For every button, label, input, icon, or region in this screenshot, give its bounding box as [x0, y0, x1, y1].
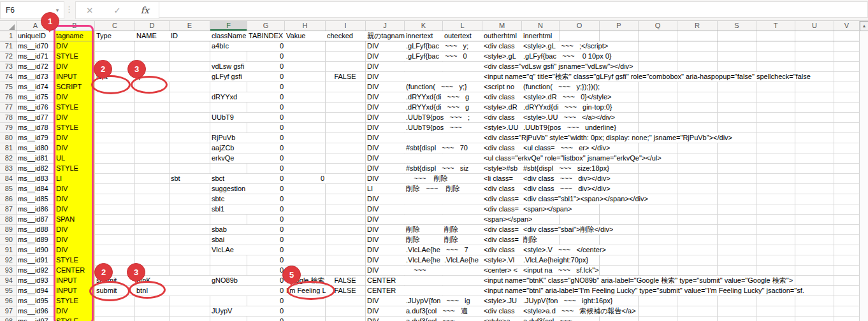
- insert-function-icon[interactable]: fx: [131, 5, 159, 15]
- cell-N71[interactable]: <style>.gL ~~~ ;</script>: [522, 41, 608, 51]
- cell-G93[interactable]: 0: [247, 266, 286, 275]
- cell-F73[interactable]: vdLsw gsfi: [210, 62, 248, 71]
- cell-J88[interactable]: DIV: [366, 215, 483, 224]
- cell-K83[interactable]: #sbt{displ ~~~ siz: [405, 164, 483, 173]
- cell-N87[interactable]: <span></span>: [522, 204, 572, 214]
- cell-A83[interactable]: ms__id82: [17, 164, 55, 173]
- cell-A72[interactable]: ms__id71: [17, 52, 55, 61]
- row-header-91[interactable]: 91: [0, 245, 13, 255]
- cell-M72[interactable]: <style>.gL: [482, 52, 523, 61]
- cell-K85[interactable]: 削除 ~~~ 削除: [405, 184, 483, 194]
- cell-J83[interactable]: DIV: [366, 164, 405, 173]
- cell-A96[interactable]: ms__id95: [17, 296, 55, 306]
- cell-A94[interactable]: ms__id93: [17, 276, 55, 285]
- cell-M98[interactable]: <style>a.: [482, 317, 523, 321]
- cell-M88[interactable]: <span></span>: [482, 215, 532, 224]
- cell-G71[interactable]: 0: [247, 41, 286, 51]
- cell-A74[interactable]: ms__id73: [17, 72, 55, 82]
- cell-A71[interactable]: ms__id70: [17, 41, 55, 51]
- cell-M76[interactable]: <div class: [482, 92, 523, 102]
- cell-G89[interactable]: 0: [247, 225, 286, 234]
- row-header-92[interactable]: 92: [0, 255, 13, 265]
- cell-I94[interactable]: FALSE: [326, 276, 365, 285]
- cell-K92[interactable]: .VlcLAe{he: [405, 255, 444, 265]
- cell-N91[interactable]: <style>.V ~~~ </center>: [522, 245, 606, 255]
- cell-K81[interactable]: #sbt{displ ~~~ 70: [405, 143, 483, 153]
- cell-A79[interactable]: ms__id78: [17, 123, 55, 132]
- cell-N96[interactable]: .JUypV{fon ~~~ ight:16px}: [522, 296, 612, 306]
- cell-F90[interactable]: sbai: [210, 235, 248, 245]
- cell-K96[interactable]: .JUypV{fon ~~~ ig: [405, 296, 483, 306]
- cell-J75[interactable]: DIV: [366, 82, 405, 92]
- cell-G72[interactable]: 0: [247, 52, 286, 61]
- cell-F87[interactable]: sbl1: [210, 204, 248, 214]
- column-header-S[interactable]: S: [718, 21, 756, 31]
- cell-G87[interactable]: 0: [247, 204, 286, 214]
- cell-M85[interactable]: <div class: [482, 184, 523, 194]
- cell-K71[interactable]: .gLFyf{bac ~~~ y;: [405, 41, 483, 51]
- cell-M79[interactable]: <style>.UU: [482, 123, 523, 132]
- cell-F1[interactable]: className: [210, 31, 248, 41]
- cell-J89[interactable]: DIV: [366, 225, 405, 234]
- cell-K84[interactable]: ~~~ 削除: [405, 174, 483, 183]
- cell-G73[interactable]: 0: [247, 62, 286, 71]
- cell-J72[interactable]: DIV: [366, 52, 405, 61]
- row-header-88[interactable]: 88: [0, 215, 13, 224]
- cell-G91[interactable]: 0: [247, 245, 286, 255]
- cell-G84[interactable]: 0: [247, 174, 286, 183]
- cell-N85[interactable]: <div class ~~~ div></div>: [522, 184, 611, 194]
- row-header-93[interactable]: 93: [0, 266, 13, 275]
- cell-A97[interactable]: ms__id96: [17, 306, 55, 316]
- column-header-R[interactable]: R: [677, 21, 717, 31]
- cell-J93[interactable]: DIV: [366, 266, 405, 275]
- cell-J74[interactable]: DIV: [366, 72, 483, 82]
- select-all-corner[interactable]: [9, 24, 15, 30]
- cell-E1[interactable]: ID: [170, 31, 211, 41]
- cell-N84[interactable]: <div class ~~~ div></div>: [522, 174, 611, 183]
- row-header-80[interactable]: 80: [0, 133, 13, 143]
- column-header-J[interactable]: J: [366, 21, 404, 31]
- cell-F91[interactable]: VlcLAe: [210, 245, 248, 255]
- cell-M75[interactable]: <script no: [482, 82, 523, 92]
- row-header-81[interactable]: 81: [0, 143, 13, 153]
- cell-L90[interactable]: 削除: [443, 235, 483, 245]
- cell-A80[interactable]: ms__id79: [17, 133, 55, 143]
- cell-K89[interactable]: 削除: [405, 225, 444, 234]
- cell-M94[interactable]: <input name="btnK" class="gNO89b" aria-l…: [482, 276, 793, 285]
- column-header-L[interactable]: L: [443, 21, 482, 31]
- cell-A81[interactable]: ms__id80: [17, 143, 55, 153]
- cell-M78[interactable]: <div class: [482, 113, 523, 122]
- cell-J91[interactable]: DIV: [366, 245, 405, 255]
- column-header-N[interactable]: N: [522, 21, 559, 31]
- enter-icon[interactable]: ✓: [103, 6, 131, 15]
- cell-F86[interactable]: sbtc: [210, 194, 248, 204]
- cell-D1[interactable]: NAME: [135, 31, 170, 41]
- cell-A93[interactable]: ms__id92: [17, 266, 55, 275]
- cell-G88[interactable]: 0: [247, 215, 286, 224]
- scroll-up-icon[interactable]: ▲: [860, 21, 868, 31]
- cell-M87[interactable]: <div class=: [482, 204, 523, 214]
- column-header-H[interactable]: H: [285, 21, 325, 31]
- cell-L92[interactable]: .VlcLAe{he: [443, 255, 483, 265]
- row-header-1[interactable]: 1: [0, 31, 13, 41]
- cell-E84[interactable]: sbt: [170, 174, 211, 183]
- column-header-U[interactable]: U: [795, 21, 834, 31]
- cell-M77[interactable]: <style>.dR: [482, 103, 523, 112]
- column-header-Q[interactable]: Q: [639, 21, 677, 31]
- cell-M91[interactable]: <div class: [482, 245, 523, 255]
- column-header-V[interactable]: V: [834, 21, 859, 31]
- cell-J73[interactable]: DIV: [366, 62, 483, 71]
- cell-J82[interactable]: DIV: [366, 153, 483, 163]
- cell-C1[interactable]: Type: [95, 31, 136, 41]
- cell-N86[interactable]: <div class="sbl1"><span></span></div>: [522, 194, 648, 204]
- cell-N92[interactable]: .VlcLAe{height:70px}: [522, 255, 588, 265]
- column-header-E[interactable]: E: [170, 21, 210, 31]
- formula-bar[interactable]: [159, 1, 868, 18]
- cell-F74[interactable]: gLFyf gsfi: [210, 72, 248, 82]
- cell-A75[interactable]: ms__id74: [17, 82, 55, 92]
- row-header-75[interactable]: 75: [0, 82, 13, 92]
- cell-A92[interactable]: ms__id91: [17, 255, 55, 265]
- cell-N90[interactable]: 削除: [522, 235, 537, 245]
- cell-M82[interactable]: <ul class="erkvQe" role="listbox" jsname…: [482, 153, 662, 163]
- row-header-72[interactable]: 72: [0, 52, 13, 61]
